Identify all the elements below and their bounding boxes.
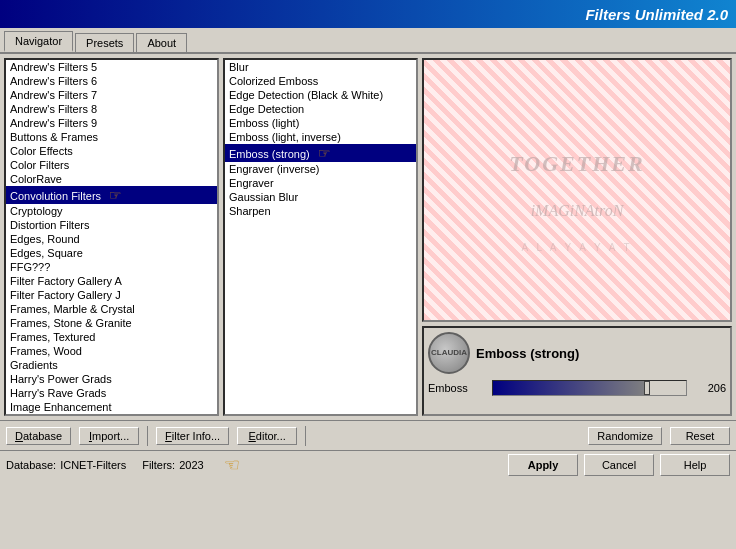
action-buttons: Apply Cancel Help	[508, 454, 730, 476]
status-bar: Database: ICNET-Filters Filters: 2023 ☞ …	[0, 450, 736, 478]
filter-list[interactable]: BlurColorized EmbossEdge Detection (Blac…	[223, 58, 418, 416]
filters-status: Filters: 2023	[142, 459, 203, 471]
nav-item-framestextured[interactable]: Frames, Textured	[6, 330, 217, 344]
nav-item-filterfactj[interactable]: Filter Factory Gallery J	[6, 288, 217, 302]
nav-item-gradients[interactable]: Gradients	[6, 358, 217, 372]
hand-cursor-indicator: ☞	[224, 454, 240, 476]
arrow-indicator-filter: ☞	[314, 145, 331, 161]
arrow-indicator-nav: ☞	[105, 187, 122, 203]
emboss-slider-thumb[interactable]	[644, 381, 650, 395]
import-rest: mport...	[92, 430, 129, 442]
right-panel: TOGETHER iMAGiNAtroN A L A Y A Y A T CLA…	[422, 58, 732, 416]
tab-bar: Navigator Presets About	[0, 28, 736, 54]
nav-item-andrews6[interactable]: Andrew's Filters 6	[6, 74, 217, 88]
apply-button[interactable]: Apply	[508, 454, 578, 476]
filter-title-display: Emboss (strong)	[476, 346, 726, 361]
filter-item-colorizeemboss[interactable]: Colorized Emboss	[225, 74, 416, 88]
filter-item-embosslightinv[interactable]: Emboss (light, inverse)	[225, 130, 416, 144]
preview-area: TOGETHER iMAGiNAtroN A L A Y A Y A T	[422, 58, 732, 322]
database-label: Database:	[6, 459, 56, 471]
preview-canvas: TOGETHER iMAGiNAtroN A L A Y A Y A T	[424, 60, 730, 320]
filter-item-edgedetectbw[interactable]: Edge Detection (Black & White)	[225, 88, 416, 102]
filter-item-sharpen[interactable]: Sharpen	[225, 204, 416, 218]
title-bar: Filters Unlimited 2.0	[0, 0, 736, 28]
app-title: Filters Unlimited 2.0	[585, 6, 728, 23]
randomize-button[interactable]: Randomize	[588, 427, 662, 445]
emboss-slider-label: Emboss	[428, 382, 488, 394]
nav-item-colorrave[interactable]: ColorRave	[6, 172, 217, 186]
filter-item-embosslight[interactable]: Emboss (light)	[225, 116, 416, 130]
filter-item-embossstrong[interactable]: Emboss (strong) ☞	[225, 144, 416, 162]
toolbar-sep-1	[147, 426, 148, 446]
settings-area: CLAUDIA Emboss (strong) Emboss 206	[422, 326, 732, 416]
emboss-slider-track[interactable]	[492, 380, 687, 396]
import-button[interactable]: Import...	[79, 427, 139, 445]
nav-item-edgessquare[interactable]: Edges, Square	[6, 246, 217, 260]
main-panels: Andrew's Filters 5Andrew's Filters 6Andr…	[0, 54, 736, 420]
nav-item-edgesround[interactable]: Edges, Round	[6, 232, 217, 246]
nav-item-andrews8[interactable]: Andrew's Filters 8	[6, 102, 217, 116]
preview-text-1: TOGETHER	[509, 151, 644, 177]
hand-icon: ☞	[224, 454, 240, 476]
help-button[interactable]: Help	[660, 454, 730, 476]
tab-navigator[interactable]: Navigator	[4, 31, 73, 52]
nav-item-frameswood[interactable]: Frames, Wood	[6, 344, 217, 358]
nav-item-distortion[interactable]: Distortion Filters	[6, 218, 217, 232]
filterinfo-rest: ilter Info...	[172, 430, 220, 442]
nav-item-harrysrave[interactable]: Harry's Rave Grads	[6, 386, 217, 400]
filter-item-edgedetect[interactable]: Edge Detection	[225, 102, 416, 116]
emboss-slider-value: 206	[691, 382, 726, 394]
nav-item-convolution[interactable]: Convolution Filters ☞	[6, 186, 217, 204]
editor-rest: ditor...	[256, 430, 286, 442]
filter-item-gaussianblur[interactable]: Gaussian Blur	[225, 190, 416, 204]
filter-item-engraver[interactable]: Engraver	[225, 176, 416, 190]
database-value: ICNET-Filters	[60, 459, 126, 471]
nav-item-cryptology[interactable]: Cryptology	[6, 204, 217, 218]
nav-item-framesstone[interactable]: Frames, Stone & Granite	[6, 316, 217, 330]
nav-item-ffg[interactable]: FFG???	[6, 260, 217, 274]
preview-text-2: iMAGiNAtroN	[531, 202, 624, 220]
filter-name-bar: CLAUDIA Emboss (strong)	[428, 332, 726, 374]
nav-item-andrews9[interactable]: Andrew's Filters 9	[6, 116, 217, 130]
nav-item-imageenhance[interactable]: Image Enhancement	[6, 400, 217, 414]
editor-button[interactable]: Editor...	[237, 427, 297, 445]
filters-label: Filters:	[142, 459, 175, 471]
tab-about[interactable]: About	[136, 33, 187, 52]
emboss-slider-fill	[493, 381, 647, 395]
cancel-button[interactable]: Cancel	[584, 454, 654, 476]
filters-value: 2023	[179, 459, 203, 471]
tab-presets[interactable]: Presets	[75, 33, 134, 52]
filter-item-engraverinv[interactable]: Engraver (inverse)	[225, 162, 416, 176]
claudia-badge: CLAUDIA	[428, 332, 470, 374]
nav-item-framesmarble[interactable]: Frames, Marble & Crystal	[6, 302, 217, 316]
nav-item-colorfilters[interactable]: Color Filters	[6, 158, 217, 172]
reset-button[interactable]: Reset	[670, 427, 730, 445]
filter-info-button[interactable]: Filter Info...	[156, 427, 229, 445]
nav-item-filterfacta[interactable]: Filter Factory Gallery A	[6, 274, 217, 288]
preview-text-3: A L A Y A Y A T	[521, 242, 632, 253]
filter-item-blur[interactable]: Blur	[225, 60, 416, 74]
database-button[interactable]: Database	[6, 427, 71, 445]
navigator-list[interactable]: Andrew's Filters 5Andrew's Filters 6Andr…	[4, 58, 219, 416]
nav-item-harryspower[interactable]: Harry's Power Grads	[6, 372, 217, 386]
nav-item-andrews5[interactable]: Andrew's Filters 5	[6, 60, 217, 74]
nav-item-coloreffects[interactable]: Color Effects	[6, 144, 217, 158]
toolbar-sep-2	[305, 426, 306, 446]
emboss-slider-row: Emboss 206	[428, 380, 726, 396]
nav-item-buttons[interactable]: Buttons & Frames	[6, 130, 217, 144]
nav-item-andrews7[interactable]: Andrew's Filters 7	[6, 88, 217, 102]
bottom-toolbar: Database Import... Filter Info... Editor…	[0, 420, 736, 450]
database-status: Database: ICNET-Filters	[6, 459, 126, 471]
